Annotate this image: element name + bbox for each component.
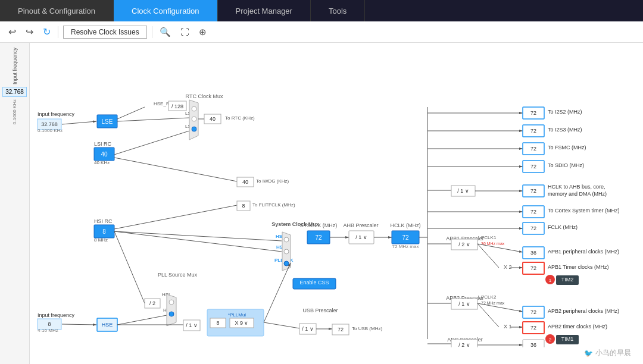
search-icon[interactable]: 🔍 — [157, 26, 173, 39]
nav-pinout[interactable]: Pinout & Configuration — [0, 0, 114, 21]
svg-text:Input frequency: Input frequency — [38, 111, 75, 117]
nav-tools[interactable]: Tools — [311, 0, 365, 21]
tim1-label: TIM1 — [561, 336, 574, 342]
apb2-periph-label: APB2 peripheral clocks (MHz) — [548, 308, 619, 314]
mux-radio-1[interactable] — [192, 106, 196, 111]
to-iwdg-label: To IWDG (KHz) — [256, 178, 289, 184]
line-pll-pllclk — [264, 263, 291, 322]
input-freq-top-range: 0-1000 KHz — [12, 99, 17, 124]
fit-icon[interactable]: ⛶ — [178, 26, 192, 38]
to-rtc-label: To RTC (KHz) — [225, 115, 255, 121]
ahb-div2-val: / 1 ∨ — [457, 188, 469, 194]
redo-button[interactable]: ↪ — [23, 25, 36, 39]
lsi-rc-label: LSI RC — [94, 141, 112, 147]
adc-div-val: / 2 ∨ — [458, 342, 470, 347]
main-content: Input frequency 32.768 0-1000 KHz Input … — [0, 43, 643, 364]
svg-text:Input frequency: Input frequency — [38, 312, 75, 318]
flit-val: 8 — [242, 203, 245, 209]
pll-src-mux-title: PLL Source Mux — [158, 272, 198, 278]
lsi-rc-value: 40 — [101, 151, 108, 158]
mux-radio-3[interactable] — [192, 127, 196, 131]
hclk-ahb-label: HCLK to AHB bus, core, — [548, 184, 605, 190]
pll-val: 8 — [216, 320, 219, 326]
to-sdio-label: To SDIO (MHz) — [548, 162, 584, 168]
arrow-lse — [62, 121, 96, 124]
input-freq-top-label: Input frequency — [12, 48, 18, 84]
freq-bottom-range: 4-16 MHz — [38, 328, 58, 333]
nav-project[interactable]: Project Manager — [218, 0, 311, 21]
pclk2-label: PCLK2 — [481, 294, 497, 300]
badge2-num: 2 — [549, 337, 552, 343]
separator — [58, 26, 58, 38]
to-flit-label: To FLITFCLK (MHz) — [252, 202, 295, 208]
sdio-val: 72 — [530, 164, 536, 170]
apb2-timer-label: APB2 timer clocks (MHz) — [548, 324, 607, 330]
enable-css-label: Enable CSS — [299, 280, 329, 285]
to-cortex-label: To Cortex System timer (MHz) — [548, 208, 620, 214]
separator2 — [152, 26, 152, 38]
rtc-out-val: 40 — [210, 116, 216, 122]
hsi-rc-unit: 8 MHz — [94, 237, 108, 243]
clock-diagram-area: Input frequency 32.768 0-1000 KHz LSE LS… — [30, 43, 643, 364]
iwdg-val: 40 — [242, 179, 248, 185]
mux-radio-2[interactable] — [192, 117, 196, 121]
input-freq-top-value[interactable]: 32.768 — [2, 87, 27, 97]
line-flit — [114, 205, 237, 229]
badge1-num: 1 — [549, 278, 552, 283]
hclk-ahb-label2: memory and DMA (MHz) — [548, 191, 607, 197]
adc-val: 36 — [530, 342, 536, 347]
line-hse-pll — [117, 315, 167, 325]
pll-src-mux-shape[interactable] — [167, 294, 176, 326]
hclk-ahb-val: 72 — [530, 188, 536, 194]
pll-src-radio-1[interactable] — [169, 300, 174, 305]
line-pll-usb — [264, 322, 299, 328]
toolbar: ↩ ↪ ↻ Resolve Clock Issues 🔍 ⛶ ⊕ — [0, 21, 643, 43]
rtc-mux-title: RTC Clock Mux — [186, 93, 223, 99]
left-sidebar: Input frequency 32.768 0-1000 KHz — [0, 43, 30, 364]
line-lse-mux — [117, 118, 189, 121]
line-iwdg — [114, 158, 237, 181]
apb2-periph-val: 72 — [530, 309, 536, 315]
line-lsi-mux — [114, 131, 189, 155]
top-navigation: Pinout & Configuration Clock Configurati… — [0, 0, 643, 21]
zoom-icon[interactable]: ⊕ — [196, 26, 209, 39]
pll-div2-val: / 2 — [149, 300, 155, 306]
usb-div1-val: / 1 ∨ — [302, 326, 314, 332]
line-hsi-pll — [114, 231, 145, 303]
refresh-button[interactable]: ↻ — [40, 25, 53, 39]
i2s2-val: 72 — [530, 110, 536, 116]
div128-label: / 128 — [171, 103, 183, 109]
resolve-clock-button[interactable]: Resolve Clock Issues — [63, 26, 147, 39]
apb2-timer-val: 72 — [530, 325, 536, 331]
sysclk-label: SYSCLK (MHz) — [300, 222, 338, 228]
nav-clock[interactable]: Clock Configuration — [114, 0, 217, 21]
to-i2s3-label: To I2S3 (MHz) — [548, 127, 582, 133]
usb-out-val: 72 — [338, 327, 344, 332]
undo-button[interactable]: ↩ — [6, 25, 18, 39]
tim2-label: TIM2 — [561, 277, 574, 283]
freq-top-range: 0-1000 KHz — [38, 128, 63, 133]
line-hsi-sysmux — [114, 231, 282, 241]
line-hse-128 — [117, 107, 145, 119]
ahb-prescaler-label: AHB Prescaler — [343, 222, 378, 228]
hse-label: HSE — [102, 322, 113, 328]
ahb-div-val: / 1 ∨ — [355, 234, 367, 240]
pll-mul-label: *PLLMul — [228, 312, 246, 318]
apb1-div-val: / 2 ∨ — [458, 241, 470, 247]
apb1-timer-val: 72 — [530, 265, 536, 271]
hclk-max: 72 MHz max — [392, 244, 419, 249]
i2s3-val: 72 — [530, 128, 536, 134]
sys-mux-radio-3[interactable] — [284, 261, 289, 266]
sys-mux-radio-2[interactable] — [284, 249, 289, 254]
lse-label: LSE — [102, 118, 113, 125]
line-hse-sysmux — [114, 231, 282, 252]
apb2-x1-label: X 1 — [504, 324, 512, 330]
pclk1-label: PCLK1 — [481, 235, 497, 240]
apb1-periph-label: APB1 peripheral clocks (MHz) — [548, 249, 619, 255]
sys-mux-radio-1[interactable] — [284, 237, 289, 242]
usb-prescaler-title: USB Prescaler — [302, 307, 338, 313]
pll-src-radio-2[interactable] — [169, 312, 174, 316]
to-fsmc-label: To FSMC (MHz) — [548, 145, 586, 150]
hclk-val: 72 — [402, 234, 409, 241]
arrow-hse — [62, 324, 96, 325]
